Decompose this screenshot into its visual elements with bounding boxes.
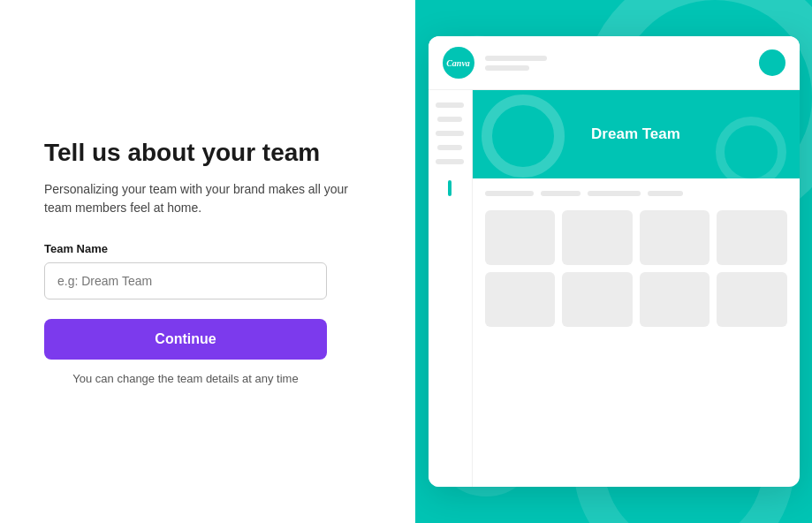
sidebar-accent bbox=[448, 180, 452, 196]
grid-item-4 bbox=[717, 210, 787, 265]
sidebar-block-5 bbox=[436, 159, 464, 164]
mock-content-lines bbox=[485, 191, 787, 196]
mock-topbar: Canva bbox=[429, 36, 800, 90]
mock-content bbox=[473, 178, 800, 487]
grid-item-8 bbox=[717, 272, 787, 327]
sidebar-block-2 bbox=[437, 117, 462, 122]
topbar-line-2 bbox=[485, 65, 529, 71]
content-line-4 bbox=[648, 191, 683, 196]
grid-item-2 bbox=[562, 210, 633, 265]
team-name-label: Team Name bbox=[44, 242, 371, 255]
left-panel: Tell us about your team Personalizing yo… bbox=[0, 0, 415, 523]
change-note: You can change the team details at any t… bbox=[44, 372, 327, 385]
mock-app-card: Canva Dream Team bbox=[429, 36, 800, 487]
continue-button[interactable]: Continue bbox=[44, 319, 327, 360]
canva-logo: Canva bbox=[443, 47, 474, 79]
team-name-input[interactable] bbox=[44, 262, 327, 299]
subtitle-text: Personalizing your team with your brand … bbox=[44, 180, 371, 217]
topbar-lines bbox=[485, 56, 748, 71]
grid-item-7 bbox=[640, 272, 710, 327]
page-title: Tell us about your team bbox=[44, 138, 371, 168]
grid-item-3 bbox=[640, 210, 710, 265]
mock-body: Dream Team bbox=[429, 90, 800, 487]
grid-item-5 bbox=[485, 272, 556, 327]
content-line-2 bbox=[541, 191, 581, 196]
grid-item-1 bbox=[485, 210, 556, 265]
sidebar-block-3 bbox=[436, 131, 464, 136]
mock-sidebar bbox=[429, 90, 473, 487]
topbar-circle bbox=[759, 49, 785, 76]
mock-grid-row-2 bbox=[485, 272, 787, 327]
canva-logo-text: Canva bbox=[446, 58, 470, 68]
sidebar-block-4 bbox=[437, 145, 462, 150]
mock-grid-row-1 bbox=[485, 210, 787, 265]
content-line-1 bbox=[485, 191, 534, 196]
mock-main: Dream Team bbox=[473, 90, 800, 487]
topbar-line-1 bbox=[485, 56, 547, 61]
grid-item-6 bbox=[562, 272, 633, 327]
sidebar-block-1 bbox=[436, 102, 464, 108]
mock-banner-title: Dream Team bbox=[591, 125, 680, 143]
content-line-3 bbox=[588, 191, 641, 196]
right-panel: Canva Dream Team bbox=[415, 0, 812, 523]
mock-banner: Dream Team bbox=[473, 90, 800, 178]
